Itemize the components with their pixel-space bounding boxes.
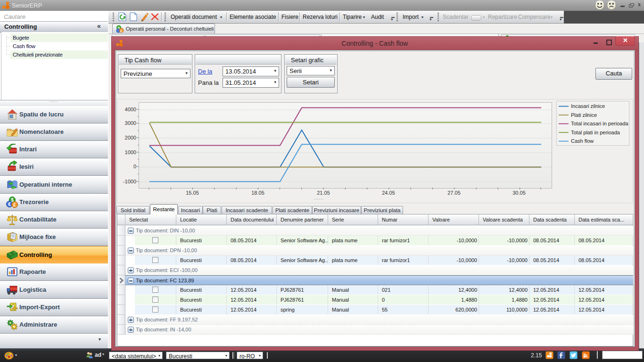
svg-text:£: £ [13, 202, 16, 207]
svg-text:€: € [8, 202, 11, 207]
svg-text:£: £ [120, 29, 123, 33]
